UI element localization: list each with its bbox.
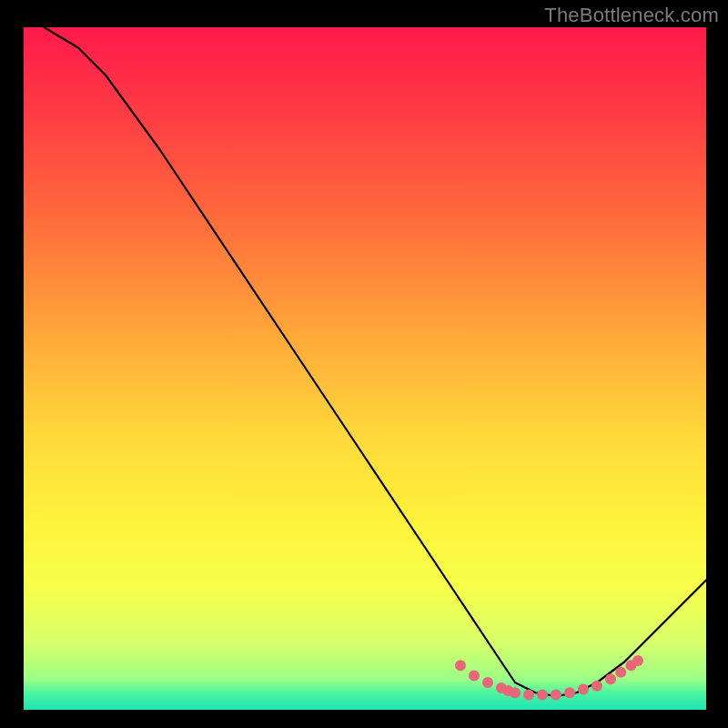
marker-dot (605, 673, 616, 684)
watermark-text: TheBottleneck.com (544, 4, 719, 27)
marker-dot (537, 690, 548, 701)
marker-dot (592, 681, 602, 692)
marker-dot (615, 667, 626, 678)
marker-dot (510, 687, 521, 698)
marker-dot (482, 677, 493, 688)
chart-frame: TheBottleneck.com (0, 0, 728, 728)
marker-dot (455, 660, 466, 671)
marker-dot (469, 671, 480, 682)
plot-background (24, 27, 706, 710)
marker-dot (523, 690, 534, 701)
chart-svg (0, 0, 728, 728)
marker-dot (578, 684, 589, 695)
marker-dot (551, 690, 561, 701)
marker-dot (632, 655, 643, 666)
marker-dot (564, 687, 575, 698)
